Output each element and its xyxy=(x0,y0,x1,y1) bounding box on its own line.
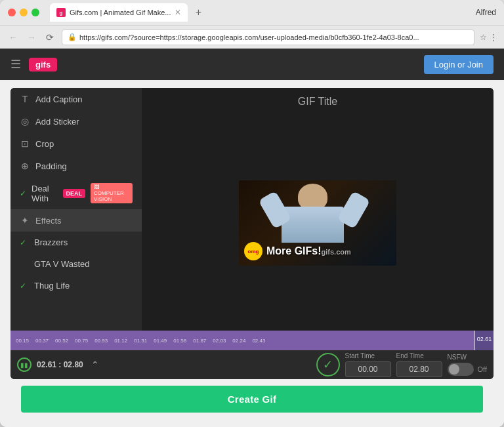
sidebar-label-padding: Padding xyxy=(35,161,67,171)
timeline-active-region: 02.61 xyxy=(474,331,494,350)
effects-icon: ✦ xyxy=(20,215,30,226)
end-time-group: End Time xyxy=(396,352,442,377)
sidebar-label-add-sticker: Add Sticker xyxy=(35,117,79,127)
time-display: 02.61 : 02.80 xyxy=(37,360,83,369)
end-time-input[interactable] xyxy=(396,361,442,377)
cv-badge: 🖼 COMPUTER VISION xyxy=(91,183,133,203)
sidebar-label-deal-with: Deal With xyxy=(32,184,55,203)
thuglife-check-icon: ✓ xyxy=(20,281,29,291)
timeline[interactable]: 00.15 00.37 00.52 00.75 00.93 01.12 01.3… xyxy=(10,331,494,350)
create-gif-button[interactable]: Create Gif xyxy=(21,386,483,413)
back-button[interactable]: ← xyxy=(7,31,20,44)
tick-4: 00.93 xyxy=(92,338,110,344)
tick-8: 01.58 xyxy=(171,338,189,344)
reload-button[interactable]: ⟳ xyxy=(43,31,56,44)
confirm-button[interactable]: ✓ xyxy=(316,353,340,376)
sidebar-item-add-sticker[interactable]: ◎ Add Sticker xyxy=(10,110,142,132)
more-gifs-text: More GIFs!gifs.com xyxy=(266,244,351,258)
gif-preview: omg More GIFs!gifs.com xyxy=(142,115,494,331)
pause-button[interactable]: ▮▮ xyxy=(17,357,32,372)
sidebar-item-add-caption[interactable]: T Add Caption xyxy=(10,88,142,110)
sidebar: T Add Caption ◎ Add Sticker ⊡ Crop xyxy=(10,88,142,331)
tick-7: 01.49 xyxy=(151,338,169,344)
sidebar-label-thug-life: Thug Life xyxy=(34,281,70,291)
editor-main: GIF Title xyxy=(142,88,494,331)
toggle-knob xyxy=(449,364,459,375)
maximize-button[interactable] xyxy=(32,9,39,16)
chevron-up-icon[interactable]: ⌃ xyxy=(91,359,99,370)
nsfw-group: NSFW Off xyxy=(448,354,487,376)
tick-3: 00.75 xyxy=(72,338,91,344)
tick-11: 02.24 xyxy=(230,338,248,344)
address-input[interactable]: 🔒 https://gifs.com/?source=https://stora… xyxy=(62,30,474,45)
padding-icon: ⊕ xyxy=(20,161,30,171)
tick-6: 01.31 xyxy=(131,338,150,344)
nsfw-toggle[interactable] xyxy=(448,363,474,376)
tick-9: 01.87 xyxy=(190,338,209,344)
user-name: Alfred xyxy=(476,8,496,17)
gif-background: omg More GIFs!gifs.com xyxy=(239,180,396,266)
caption-icon: T xyxy=(20,94,30,104)
traffic-lights xyxy=(8,9,39,16)
sidebar-item-gta-wasted[interactable]: ✓ GTA V Wasted xyxy=(10,253,142,275)
more-options-icon[interactable]: ⋮ xyxy=(490,33,497,42)
sidebar-label-gta-wasted: GTA V Wasted xyxy=(34,259,90,269)
start-time-group: Start Time xyxy=(345,352,391,377)
close-button[interactable] xyxy=(8,9,16,16)
tab-close-icon[interactable]: ✕ xyxy=(175,8,181,17)
toggle-text: Off xyxy=(478,365,487,373)
sidebar-label-effects: Effects xyxy=(35,216,62,226)
deal-badge: DEAL xyxy=(63,189,86,198)
tab-title: Gifs.com | Animated Gif Make... xyxy=(70,9,171,16)
editor-body: T Add Caption ◎ Add Sticker ⊡ Crop xyxy=(10,88,494,331)
gif-title: GIF Title xyxy=(142,88,494,115)
tick-10: 02.03 xyxy=(210,338,228,344)
tick-1: 00.37 xyxy=(33,338,51,344)
crop-icon: ⊡ xyxy=(20,138,30,149)
title-bar: g Gifs.com | Animated Gif Make... ✕ + Al… xyxy=(0,0,504,25)
sidebar-item-brazzers[interactable]: ✓ Brazzers xyxy=(10,232,142,253)
tab-favicon: g xyxy=(56,8,66,17)
brazzers-check-icon: ✓ xyxy=(20,238,29,247)
gif-image: omg More GIFs!gifs.com xyxy=(239,180,396,266)
nsfw-label: NSFW xyxy=(448,354,487,361)
start-time-input[interactable] xyxy=(345,361,391,377)
tab-bar: g Gifs.com | Animated Gif Make... ✕ + xyxy=(50,3,471,22)
app-header: ☰ gifs Login or Join xyxy=(0,49,504,80)
tick-12: 02.43 xyxy=(249,338,268,344)
sidebar-label-add-caption: Add Caption xyxy=(35,94,83,104)
sticker-icon: ◎ xyxy=(20,116,30,127)
hamburger-menu-icon[interactable]: ☰ xyxy=(10,57,21,71)
sidebar-item-effects[interactable]: ✦ Effects xyxy=(10,209,142,232)
forward-button[interactable]: → xyxy=(25,31,38,44)
controls-bar: ▮▮ 02.61 : 02.80 ⌃ ✓ Start Time End Time… xyxy=(10,350,494,379)
sidebar-label-crop: Crop xyxy=(35,139,54,149)
nsfw-toggle-container: Off xyxy=(448,363,487,376)
tick-0: 00.15 xyxy=(13,338,32,344)
gif-person xyxy=(262,184,367,249)
create-gif-section: Create Gif xyxy=(10,379,494,419)
deal-check-icon: ✓ xyxy=(20,189,26,198)
lock-icon: 🔒 xyxy=(68,33,77,41)
address-actions: ☆ ⋮ xyxy=(480,33,497,42)
start-time-label: Start Time xyxy=(345,352,391,359)
omg-badge: omg xyxy=(244,242,262,260)
login-join-button[interactable]: Login or Join xyxy=(424,55,494,74)
end-time-label: End Time xyxy=(396,352,442,359)
active-tab[interactable]: g Gifs.com | Animated Gif Make... ✕ xyxy=(50,3,188,22)
sidebar-item-deal-with[interactable]: ✓ Deal With DEAL 🖼 COMPUTER VISION xyxy=(10,177,142,209)
star-icon[interactable]: ☆ xyxy=(480,33,487,42)
minimize-button[interactable] xyxy=(20,9,28,16)
sidebar-label-brazzers: Brazzers xyxy=(34,237,68,247)
new-tab-button[interactable]: + xyxy=(190,5,206,20)
editor-container: T Add Caption ◎ Add Sticker ⊡ Crop xyxy=(10,88,494,379)
sidebar-item-crop[interactable]: ⊡ Crop xyxy=(10,132,142,155)
sidebar-item-thug-life[interactable]: ✓ Thug Life xyxy=(10,275,142,296)
tick-2: 00.52 xyxy=(52,338,71,344)
sidebar-item-padding[interactable]: ⊕ Padding xyxy=(10,155,142,177)
main-content: T Add Caption ◎ Add Sticker ⊡ Crop xyxy=(0,80,504,427)
address-bar: ← → ⟳ 🔒 https://gifs.com/?source=https:/… xyxy=(0,25,504,49)
address-text: https://gifs.com/?source=https://storage… xyxy=(79,33,469,41)
app-logo[interactable]: gifs xyxy=(29,58,57,71)
tick-5: 01.12 xyxy=(112,338,130,344)
